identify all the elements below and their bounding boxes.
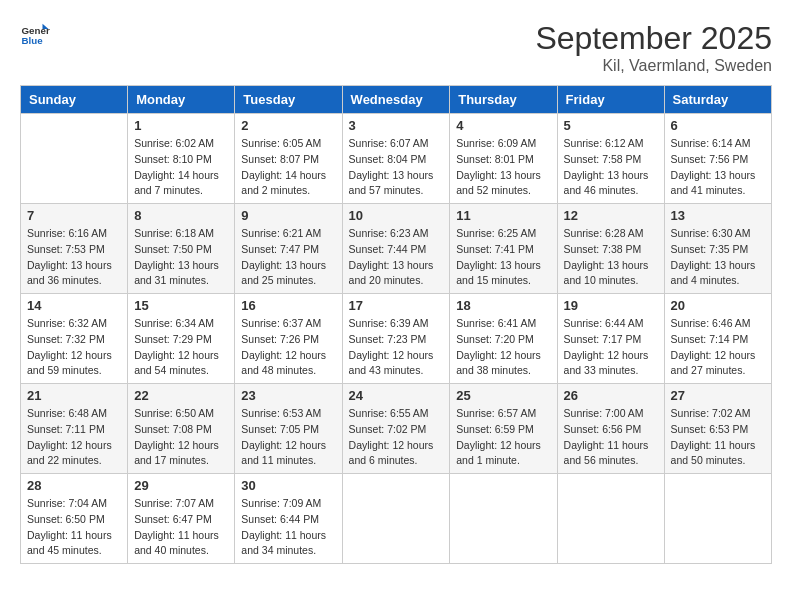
day-number: 29 — [134, 478, 228, 493]
calendar-cell: 5Sunrise: 6:12 AM Sunset: 7:58 PM Daylig… — [557, 114, 664, 204]
calendar-week-2: 7Sunrise: 6:16 AM Sunset: 7:53 PM Daylig… — [21, 204, 772, 294]
day-number: 30 — [241, 478, 335, 493]
day-number: 27 — [671, 388, 765, 403]
day-number: 9 — [241, 208, 335, 223]
day-header-monday: Monday — [128, 86, 235, 114]
calendar-cell: 1Sunrise: 6:02 AM Sunset: 8:10 PM Daylig… — [128, 114, 235, 204]
day-header-friday: Friday — [557, 86, 664, 114]
calendar-cell: 8Sunrise: 6:18 AM Sunset: 7:50 PM Daylig… — [128, 204, 235, 294]
day-info: Sunrise: 6:21 AM Sunset: 7:47 PM Dayligh… — [241, 226, 335, 289]
day-number: 24 — [349, 388, 444, 403]
day-number: 10 — [349, 208, 444, 223]
day-number: 1 — [134, 118, 228, 133]
day-info: Sunrise: 6:05 AM Sunset: 8:07 PM Dayligh… — [241, 136, 335, 199]
day-number: 5 — [564, 118, 658, 133]
day-number: 16 — [241, 298, 335, 313]
day-header-tuesday: Tuesday — [235, 86, 342, 114]
calendar-cell: 7Sunrise: 6:16 AM Sunset: 7:53 PM Daylig… — [21, 204, 128, 294]
calendar-table: SundayMondayTuesdayWednesdayThursdayFrid… — [20, 85, 772, 564]
day-number: 12 — [564, 208, 658, 223]
calendar-cell — [664, 474, 771, 564]
day-number: 19 — [564, 298, 658, 313]
calendar-cell: 21Sunrise: 6:48 AM Sunset: 7:11 PM Dayli… — [21, 384, 128, 474]
day-number: 22 — [134, 388, 228, 403]
calendar-week-4: 21Sunrise: 6:48 AM Sunset: 7:11 PM Dayli… — [21, 384, 772, 474]
day-info: Sunrise: 6:16 AM Sunset: 7:53 PM Dayligh… — [27, 226, 121, 289]
day-number: 26 — [564, 388, 658, 403]
month-title: September 2025 — [535, 20, 772, 57]
day-header-wednesday: Wednesday — [342, 86, 450, 114]
location-subtitle: Kil, Vaermland, Sweden — [535, 57, 772, 75]
day-info: Sunrise: 7:04 AM Sunset: 6:50 PM Dayligh… — [27, 496, 121, 559]
calendar-cell: 20Sunrise: 6:46 AM Sunset: 7:14 PM Dayli… — [664, 294, 771, 384]
calendar-cell: 18Sunrise: 6:41 AM Sunset: 7:20 PM Dayli… — [450, 294, 557, 384]
day-info: Sunrise: 6:50 AM Sunset: 7:08 PM Dayligh… — [134, 406, 228, 469]
day-header-sunday: Sunday — [21, 86, 128, 114]
day-info: Sunrise: 6:48 AM Sunset: 7:11 PM Dayligh… — [27, 406, 121, 469]
day-number: 28 — [27, 478, 121, 493]
day-info: Sunrise: 6:39 AM Sunset: 7:23 PM Dayligh… — [349, 316, 444, 379]
day-number: 25 — [456, 388, 550, 403]
day-number: 18 — [456, 298, 550, 313]
calendar-cell: 22Sunrise: 6:50 AM Sunset: 7:08 PM Dayli… — [128, 384, 235, 474]
calendar-cell: 27Sunrise: 7:02 AM Sunset: 6:53 PM Dayli… — [664, 384, 771, 474]
day-number: 4 — [456, 118, 550, 133]
day-number: 20 — [671, 298, 765, 313]
calendar-cell: 14Sunrise: 6:32 AM Sunset: 7:32 PM Dayli… — [21, 294, 128, 384]
day-info: Sunrise: 6:44 AM Sunset: 7:17 PM Dayligh… — [564, 316, 658, 379]
day-number: 2 — [241, 118, 335, 133]
calendar-cell — [557, 474, 664, 564]
calendar-cell — [342, 474, 450, 564]
day-info: Sunrise: 6:25 AM Sunset: 7:41 PM Dayligh… — [456, 226, 550, 289]
calendar-cell: 28Sunrise: 7:04 AM Sunset: 6:50 PM Dayli… — [21, 474, 128, 564]
calendar-cell — [21, 114, 128, 204]
calendar-cell: 30Sunrise: 7:09 AM Sunset: 6:44 PM Dayli… — [235, 474, 342, 564]
logo-icon: General Blue — [20, 20, 50, 50]
page-header: General Blue September 2025 Kil, Vaermla… — [20, 20, 772, 75]
calendar-week-5: 28Sunrise: 7:04 AM Sunset: 6:50 PM Dayli… — [21, 474, 772, 564]
day-info: Sunrise: 6:34 AM Sunset: 7:29 PM Dayligh… — [134, 316, 228, 379]
calendar-week-1: 1Sunrise: 6:02 AM Sunset: 8:10 PM Daylig… — [21, 114, 772, 204]
day-number: 17 — [349, 298, 444, 313]
calendar-cell: 24Sunrise: 6:55 AM Sunset: 7:02 PM Dayli… — [342, 384, 450, 474]
day-info: Sunrise: 6:12 AM Sunset: 7:58 PM Dayligh… — [564, 136, 658, 199]
day-number: 3 — [349, 118, 444, 133]
day-info: Sunrise: 6:28 AM Sunset: 7:38 PM Dayligh… — [564, 226, 658, 289]
calendar-body: 1Sunrise: 6:02 AM Sunset: 8:10 PM Daylig… — [21, 114, 772, 564]
calendar-cell: 16Sunrise: 6:37 AM Sunset: 7:26 PM Dayli… — [235, 294, 342, 384]
day-info: Sunrise: 6:53 AM Sunset: 7:05 PM Dayligh… — [241, 406, 335, 469]
day-number: 13 — [671, 208, 765, 223]
calendar-cell: 2Sunrise: 6:05 AM Sunset: 8:07 PM Daylig… — [235, 114, 342, 204]
day-info: Sunrise: 7:07 AM Sunset: 6:47 PM Dayligh… — [134, 496, 228, 559]
calendar-cell — [450, 474, 557, 564]
day-header-saturday: Saturday — [664, 86, 771, 114]
day-info: Sunrise: 6:41 AM Sunset: 7:20 PM Dayligh… — [456, 316, 550, 379]
calendar-cell: 6Sunrise: 6:14 AM Sunset: 7:56 PM Daylig… — [664, 114, 771, 204]
svg-text:General: General — [22, 25, 51, 36]
day-info: Sunrise: 6:57 AM Sunset: 6:59 PM Dayligh… — [456, 406, 550, 469]
day-info: Sunrise: 6:32 AM Sunset: 7:32 PM Dayligh… — [27, 316, 121, 379]
day-info: Sunrise: 6:09 AM Sunset: 8:01 PM Dayligh… — [456, 136, 550, 199]
day-info: Sunrise: 6:37 AM Sunset: 7:26 PM Dayligh… — [241, 316, 335, 379]
calendar-cell: 9Sunrise: 6:21 AM Sunset: 7:47 PM Daylig… — [235, 204, 342, 294]
logo: General Blue — [20, 20, 50, 50]
day-info: Sunrise: 6:14 AM Sunset: 7:56 PM Dayligh… — [671, 136, 765, 199]
calendar-cell: 12Sunrise: 6:28 AM Sunset: 7:38 PM Dayli… — [557, 204, 664, 294]
calendar-cell: 10Sunrise: 6:23 AM Sunset: 7:44 PM Dayli… — [342, 204, 450, 294]
calendar-cell: 23Sunrise: 6:53 AM Sunset: 7:05 PM Dayli… — [235, 384, 342, 474]
calendar-cell: 17Sunrise: 6:39 AM Sunset: 7:23 PM Dayli… — [342, 294, 450, 384]
calendar-cell: 11Sunrise: 6:25 AM Sunset: 7:41 PM Dayli… — [450, 204, 557, 294]
day-number: 7 — [27, 208, 121, 223]
calendar-cell: 15Sunrise: 6:34 AM Sunset: 7:29 PM Dayli… — [128, 294, 235, 384]
day-number: 14 — [27, 298, 121, 313]
calendar-cell: 4Sunrise: 6:09 AM Sunset: 8:01 PM Daylig… — [450, 114, 557, 204]
day-info: Sunrise: 7:09 AM Sunset: 6:44 PM Dayligh… — [241, 496, 335, 559]
day-number: 6 — [671, 118, 765, 133]
calendar-cell: 26Sunrise: 7:00 AM Sunset: 6:56 PM Dayli… — [557, 384, 664, 474]
day-number: 15 — [134, 298, 228, 313]
calendar-cell: 3Sunrise: 6:07 AM Sunset: 8:04 PM Daylig… — [342, 114, 450, 204]
day-info: Sunrise: 6:18 AM Sunset: 7:50 PM Dayligh… — [134, 226, 228, 289]
day-header-thursday: Thursday — [450, 86, 557, 114]
calendar-cell: 19Sunrise: 6:44 AM Sunset: 7:17 PM Dayli… — [557, 294, 664, 384]
calendar-cell: 25Sunrise: 6:57 AM Sunset: 6:59 PM Dayli… — [450, 384, 557, 474]
